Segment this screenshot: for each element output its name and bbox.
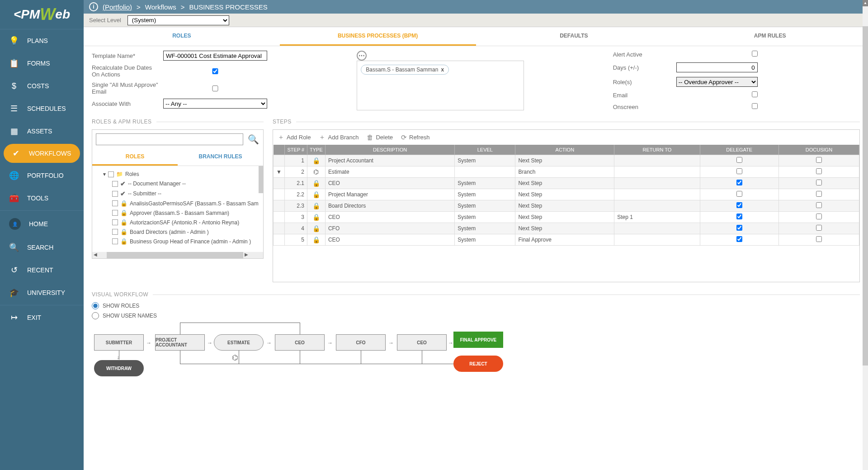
docusign-checkbox[interactable]: [816, 236, 822, 242]
tab-roles[interactable]: ROLES: [84, 27, 280, 46]
table-row[interactable]: 2.1🔒CEOSystemNext Step: [274, 178, 859, 189]
tree-item[interactable]: 🔒AnalisisGastoPermisoSAF (Bassam.S - Bas…: [96, 199, 259, 208]
nav-costs[interactable]: $COSTS: [0, 75, 84, 97]
wf-cfo-node[interactable]: CFO: [336, 334, 386, 351]
row-expander[interactable]: [274, 223, 285, 234]
tree-checkbox[interactable]: [108, 171, 114, 177]
tree-root[interactable]: ▾ 📁 Roles: [96, 170, 259, 179]
docusign-checkbox[interactable]: [816, 202, 822, 208]
show-roles-radio[interactable]: [92, 302, 99, 309]
show-users-radio[interactable]: [92, 312, 99, 319]
search-icon[interactable]: 🔍: [247, 134, 259, 145]
recalc-checkbox[interactable]: [163, 68, 267, 74]
wf-ceo-node-2[interactable]: CEO: [397, 334, 447, 351]
add-branch-button[interactable]: ＋Add Branch: [319, 133, 359, 142]
show-users-radio-row[interactable]: SHOW USER NAMES: [92, 312, 860, 319]
tab-bpm[interactable]: BUSINESS PROCESSES (BPM): [280, 27, 476, 46]
delegate-checkbox[interactable]: [736, 180, 742, 185]
docusign-checkbox[interactable]: [816, 225, 822, 231]
people-chips-box[interactable]: Bassam.S - Bassam Samman x: [357, 61, 524, 110]
people-picker-button[interactable]: ⋯: [357, 51, 367, 61]
roles-tree[interactable]: ▾ 📁 Roles ✔-- Document Manager --✔-- Sub…: [92, 166, 263, 252]
delegate-checkbox[interactable]: [736, 214, 742, 219]
show-roles-radio-row[interactable]: SHOW ROLES: [92, 302, 860, 309]
row-expander[interactable]: ▼: [274, 166, 285, 178]
roles-hscroll[interactable]: ◀ ▶: [92, 252, 263, 258]
tree-item[interactable]: ✔-- Submitter --: [96, 189, 259, 199]
tree-item[interactable]: 🔒Board Directors (admin - Admin ): [96, 227, 259, 237]
roles-search-input[interactable]: [96, 133, 243, 145]
nav-workflows[interactable]: ✔WORKFLOWS: [4, 144, 80, 163]
delegate-checkbox[interactable]: [736, 225, 742, 231]
nav-search[interactable]: 🔍SEARCH: [0, 236, 84, 259]
refresh-button[interactable]: ⟳Refresh: [401, 133, 430, 142]
nav-assets[interactable]: ▦ASSETS: [0, 120, 84, 142]
tree-checkbox[interactable]: [112, 200, 118, 206]
select-level[interactable]: (System): [127, 15, 229, 25]
scroll-left-icon[interactable]: ◀: [92, 252, 99, 258]
roles-select[interactable]: -- Overdue Approver --: [676, 77, 758, 87]
nav-home[interactable]: 👤HOME: [0, 212, 84, 236]
nav-university[interactable]: 🎓UNIVERSITY: [0, 281, 84, 304]
template-name-input[interactable]: [163, 51, 267, 61]
tree-item[interactable]: 🔒AutorizacionSAF (Antonio.R - Antonio Re…: [96, 218, 259, 227]
tree-item[interactable]: 🔒Business Group Head of Finance (admin -…: [96, 237, 259, 246]
table-row[interactable]: 4🔒CFOSystemNext Step: [274, 223, 859, 234]
table-row[interactable]: 3🔒CEOSystemNext StepStep 1: [274, 212, 859, 223]
tree-scrollbar[interactable]: [259, 166, 263, 193]
wf-project-accountant-node[interactable]: PROJECT ACCOUNTANT: [155, 334, 205, 351]
row-expander[interactable]: [274, 189, 285, 200]
add-role-button[interactable]: ＋Add Role: [278, 133, 311, 142]
row-expander[interactable]: [274, 178, 285, 189]
delegate-checkbox[interactable]: [736, 202, 742, 208]
tree-item[interactable]: 🔒Approver (Bassam.S - Bassam Samman): [96, 208, 259, 218]
table-row[interactable]: 2.3🔒Board DirectorsSystemNext Step: [274, 200, 859, 212]
wf-ceo-node-1[interactable]: CEO: [275, 334, 325, 351]
delegate-checkbox[interactable]: [736, 157, 742, 163]
delete-button[interactable]: 🗑Delete: [367, 133, 393, 142]
table-row[interactable]: 1🔒Project AccountantSystemNext Step: [274, 155, 859, 166]
table-row[interactable]: ▼2⌬EstimateBranch: [274, 166, 859, 178]
delegate-checkbox[interactable]: [736, 236, 742, 242]
docusign-checkbox[interactable]: [816, 168, 822, 174]
tree-item[interactable]: ✔-- Document Manager --: [96, 179, 259, 189]
wf-submitter-node[interactable]: SUBMITTER: [94, 334, 144, 351]
nav-schedules[interactable]: ☰SCHEDULES: [0, 97, 84, 120]
tree-checkbox[interactable]: [112, 210, 118, 216]
email-checkbox[interactable]: [752, 91, 758, 97]
scroll-up-icon[interactable]: ▲: [863, 0, 868, 6]
single-approve-checkbox[interactable]: [163, 85, 267, 91]
docusign-checkbox[interactable]: [816, 191, 822, 197]
roles-tab-branch[interactable]: BRANCH RULES: [178, 149, 263, 166]
wf-withdraw-node[interactable]: WITHDRAW: [94, 360, 144, 376]
tree-checkbox[interactable]: [112, 229, 118, 235]
tree-collapse-icon[interactable]: ▾: [103, 171, 106, 177]
nav-portfolio[interactable]: 🌐PORTFOLIO: [0, 164, 84, 187]
breadcrumb-portfolio[interactable]: (Portfolio): [103, 3, 132, 11]
docusign-checkbox[interactable]: [816, 214, 822, 219]
scroll-thumb[interactable]: [107, 252, 243, 258]
nav-exit[interactable]: ↦EXIT: [0, 306, 84, 329]
tree-checkbox[interactable]: [112, 219, 118, 225]
row-expander[interactable]: [274, 212, 285, 223]
delegate-checkbox[interactable]: [736, 168, 742, 174]
tab-defaults[interactable]: DEFAULTS: [476, 27, 672, 46]
wf-final-approve-node[interactable]: FINAL APPROVE: [453, 332, 503, 348]
docusign-checkbox[interactable]: [816, 180, 822, 185]
tree-checkbox[interactable]: [112, 191, 118, 197]
roles-tab-roles[interactable]: ROLES: [92, 149, 178, 166]
row-expander[interactable]: [274, 200, 285, 212]
info-icon[interactable]: i: [89, 2, 98, 11]
tab-apm[interactable]: APM RULES: [672, 27, 868, 46]
docusign-checkbox[interactable]: [816, 157, 822, 163]
delegate-checkbox[interactable]: [736, 191, 742, 197]
chip-remove-icon[interactable]: x: [441, 66, 444, 73]
row-expander[interactable]: [274, 234, 285, 246]
nav-tools[interactable]: 🧰TOOLS: [0, 187, 84, 209]
wf-estimate-node[interactable]: ESTIMATE: [214, 334, 264, 351]
wf-reject-node[interactable]: REJECT: [453, 356, 503, 372]
associate-select[interactable]: -- Any --: [163, 99, 267, 109]
nav-recent[interactable]: ↺RECENT: [0, 259, 84, 281]
row-expander[interactable]: [274, 155, 285, 166]
days-input[interactable]: [676, 62, 758, 72]
